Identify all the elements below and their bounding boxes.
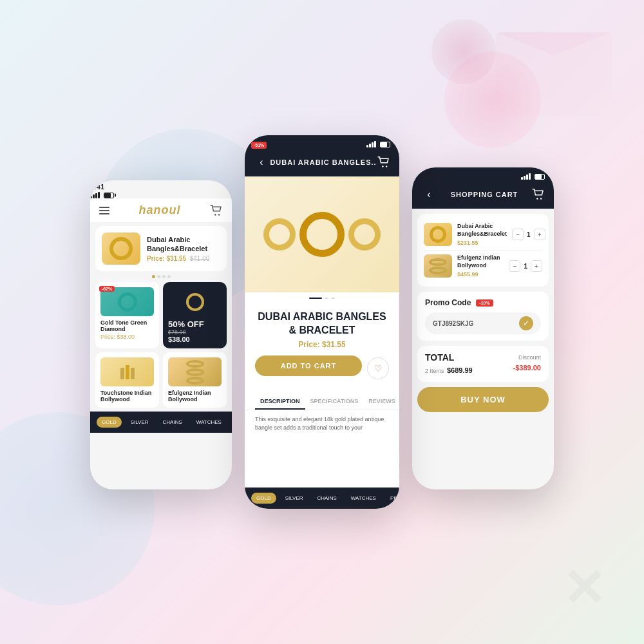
cart-item-1-qty: − 1 + [512,229,545,240]
cart-icon-2[interactable] [377,156,390,168]
hero-product-price: Price: $31.55 $41.00 [147,255,220,262]
tab-specifications[interactable]: SPECIFICATIONS [305,394,364,410]
phones-container: 9:41 hanoul [90,135,554,509]
phone-cart: 9:41 ‹ SHOPPING CART [412,167,554,489]
dot-1 [152,275,155,278]
battery-icon-3 [535,174,545,180]
phone1-status-bar: 9:41 [90,180,232,198]
product-tabs: DESCRIPTION SPECIFICATIONS REVIEWS [245,394,399,410]
bangle-right [348,218,381,251]
phone-home: 9:41 hanoul [90,180,232,489]
cart-item-1-price: $231.55 [457,240,507,246]
cart-icon[interactable] [210,205,223,216]
hero-dots [90,275,232,278]
svg-point-0 [214,214,216,215]
menu-icon[interactable] [99,207,109,214]
product-title-1: Gold Tone Green Diamond [100,319,154,332]
dot-4 [167,275,171,278]
cart-item-1: Dubai Arabic Bangles&Bracelet $231.55 − … [424,219,542,251]
wishlist-button[interactable]: ♡ [367,357,389,379]
phone2-status-icons [366,141,390,147]
dot-3 [162,275,166,278]
promo-code-input[interactable] [433,320,519,327]
bracelet-image [109,237,133,260]
hero-price-current: Price: $31.55 [147,255,186,262]
p2-nav-silver[interactable]: SILVER [280,493,308,504]
p2-nav-watches[interactable]: WATCHES [346,493,381,504]
promo-check-icon[interactable]: ✓ [519,316,533,330]
cart-item-1-name: Dubai Arabic Bangles&Bracelet [457,223,507,238]
bangle-center [299,212,345,257]
cart-icon-3[interactable] [532,189,545,200]
phone2-bottom-nav: GOLD SILVER CHAINS WATCHES PIERC... [245,488,399,509]
brand-logo: hanoul [139,204,181,217]
promo-input-wrap: ✓ [425,312,541,334]
off-now-price: $38.00 [168,336,222,343]
back-button-3[interactable]: ‹ [421,187,437,202]
product-price-1: Price: $38.00 [100,334,154,340]
product-card-4[interactable]: Efulgenz Indian Bollywood [163,352,227,408]
qty-increase-1[interactable]: + [534,229,545,240]
phone1-navbar: hanoul [90,198,232,222]
nav-watches[interactable]: WATCHES [191,417,227,428]
product-name: DUBAI ARABIC BANGLES & BRACELET [255,310,389,337]
hero-price-old: $41.00 [190,255,210,262]
phone3-header: ‹ SHOPPING CART [412,183,554,209]
cart-item-2-qty: − 1 + [509,260,542,272]
phone-product-detail: 9:41 ‹ DUBAI ARABIC BANGLES.. [245,135,399,509]
product-grid: -62% Gold Tone Green Diamond Price: $38.… [95,282,227,408]
bangle-left [263,218,296,251]
price-label: Price: [298,340,319,349]
hero-product-info: Dubai Arabic Bangles&Bracelet Price: $31… [147,235,220,263]
cart-item-1-image [424,223,452,246]
off-was-price: $78.00 [168,329,222,336]
phone3-status-bar: 9:41 [412,167,554,183]
battery-icon [104,193,114,198]
product-info: DUBAI ARABIC BANGLES & BRACELET Price: $… [245,304,399,394]
total-label: TOTAL [425,352,454,363]
dot-2 [157,275,160,278]
product-card-2[interactable]: 50% OFF $78.00 $38.00 [163,282,227,348]
svg-point-5 [540,198,542,199]
total-amount: $689.99 [447,366,473,374]
hero-card[interactable]: Dubai Arabic Bangles&Bracelet Price: $31… [95,226,227,271]
tab-description[interactable]: DESCRIPTION [255,394,305,410]
nav-chains[interactable]: CHAINS [158,417,187,428]
buy-now-button[interactable]: BUY NOW [417,387,549,412]
product-card-3[interactable]: Touchstone Indian Bollywood [95,352,159,408]
qty-decrease-2[interactable]: − [509,260,520,272]
nav-piercing[interactable]: PIERC... [231,417,232,428]
product-image-3 [100,357,154,386]
off-label: 50% OFF [168,319,222,329]
p2-nav-chains[interactable]: CHAINS [312,493,342,504]
phone1-time: 9:41 [90,183,104,191]
back-button[interactable]: ‹ [254,155,269,170]
p2-nav-gold[interactable]: GOLD [251,493,276,504]
signal-icon-2 [366,141,376,147]
hero-product-title: Dubai Arabic Bangles&Bracelet [147,235,220,254]
total-row: TOTAL Discount [425,352,541,363]
phone1-status-icons [90,192,232,198]
qty-decrease-1[interactable]: − [512,229,524,240]
p2-nav-pierc[interactable]: PIERC... [385,493,399,504]
phone3-time: 9:41 [421,173,435,180]
svg-point-4 [536,198,538,199]
discount-amount: -$389.00 [513,364,541,375]
qty-increase-2[interactable]: + [531,260,542,272]
phone3-status-icons [521,173,545,180]
qty-value-2: 1 [524,263,527,270]
price-value: $31.55 [322,340,346,349]
nav-silver[interactable]: SILVER [126,417,154,428]
qty-value-1: 1 [527,231,531,238]
add-to-cart-button[interactable]: ADD TO CART [255,355,362,376]
product-card-1[interactable]: -62% Gold Tone Green Diamond Price: $38.… [95,282,159,348]
total-section: TOTAL Discount 2 Items $689.99 -$389.00 [417,346,549,382]
discount-label: Discount [518,354,541,361]
phone2-status-bar: 9:41 [245,135,399,151]
cart-item-2-name: Efulgenz Indian Bollywood [457,254,504,269]
tab-reviews[interactable]: REVIEWS [363,394,399,410]
svg-point-2 [382,166,383,167]
promo-label: Promo Code -10% [425,298,541,307]
signal-icon [90,192,100,198]
nav-gold[interactable]: GOLD [97,417,122,428]
